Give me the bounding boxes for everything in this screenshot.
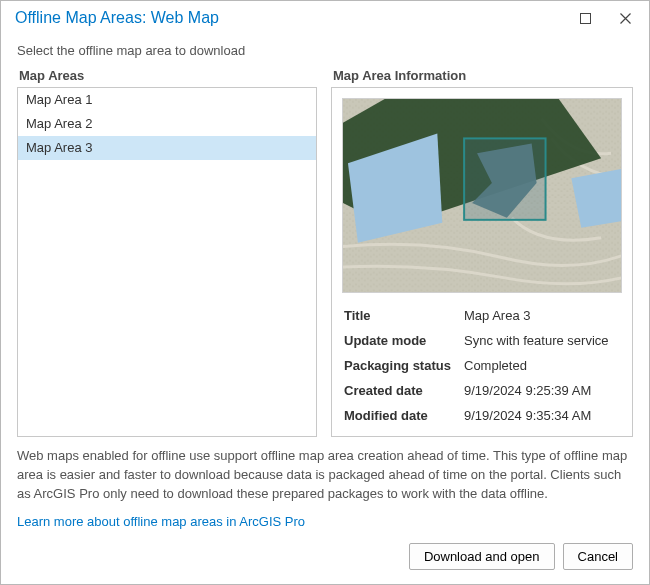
map-areas-header: Map Areas: [17, 68, 317, 83]
info-label: Title: [342, 303, 462, 328]
close-button[interactable]: [605, 1, 645, 35]
info-row-title: Title Map Area 3: [342, 303, 622, 328]
map-area-info-header: Map Area Information: [331, 68, 633, 83]
close-icon: [620, 13, 631, 24]
map-area-thumbnail: [342, 98, 622, 293]
learn-more-link[interactable]: Learn more about offline map areas in Ar…: [17, 514, 305, 529]
map-area-list-item[interactable]: Map Area 1: [18, 88, 316, 112]
info-label: Update mode: [342, 328, 462, 353]
maximize-button[interactable]: [565, 1, 605, 35]
svg-rect-9: [464, 138, 545, 219]
map-area-info-column: Map Area Information: [331, 68, 633, 437]
map-area-list-item[interactable]: Map Area 2: [18, 112, 316, 136]
dialog-offline-map-areas: Offline Map Areas: Web Map Select the of…: [0, 0, 650, 585]
info-value: 9/19/2024 9:35:34 AM: [462, 403, 622, 428]
footer-description: Web maps enabled for offline use support…: [17, 447, 633, 504]
instruction-text: Select the offline map area to download: [17, 43, 633, 58]
info-row-modified-date: Modified date 9/19/2024 9:35:34 AM: [342, 403, 622, 428]
map-area-info-table: Title Map Area 3 Update mode Sync with f…: [342, 303, 622, 428]
dialog-title: Offline Map Areas: Web Map: [15, 9, 565, 27]
info-label: Packaging status: [342, 353, 462, 378]
info-row-packaging-status: Packaging status Completed: [342, 353, 622, 378]
map-area-info-panel: Title Map Area 3 Update mode Sync with f…: [331, 87, 633, 437]
info-row-update-mode: Update mode Sync with feature service: [342, 328, 622, 353]
dialog-footer: Web maps enabled for offline use support…: [1, 437, 649, 584]
info-label: Created date: [342, 378, 462, 403]
info-value: Map Area 3: [462, 303, 622, 328]
maximize-icon: [580, 13, 591, 24]
info-value: Completed: [462, 353, 622, 378]
svg-rect-0: [580, 13, 590, 23]
map-area-list-item[interactable]: Map Area 3: [18, 136, 316, 160]
cancel-button[interactable]: Cancel: [563, 543, 633, 570]
info-row-created-date: Created date 9/19/2024 9:25:39 AM: [342, 378, 622, 403]
map-areas-column: Map Areas Map Area 1Map Area 2Map Area 3: [17, 68, 317, 437]
titlebar: Offline Map Areas: Web Map: [1, 1, 649, 35]
columns: Map Areas Map Area 1Map Area 2Map Area 3…: [17, 68, 633, 437]
map-areas-listbox[interactable]: Map Area 1Map Area 2Map Area 3: [17, 87, 317, 437]
download-and-open-button[interactable]: Download and open: [409, 543, 555, 570]
dialog-content: Select the offline map area to download …: [1, 35, 649, 437]
button-row: Download and open Cancel: [17, 543, 633, 570]
info-value: 9/19/2024 9:25:39 AM: [462, 378, 622, 403]
info-label: Modified date: [342, 403, 462, 428]
info-value: Sync with feature service: [462, 328, 622, 353]
